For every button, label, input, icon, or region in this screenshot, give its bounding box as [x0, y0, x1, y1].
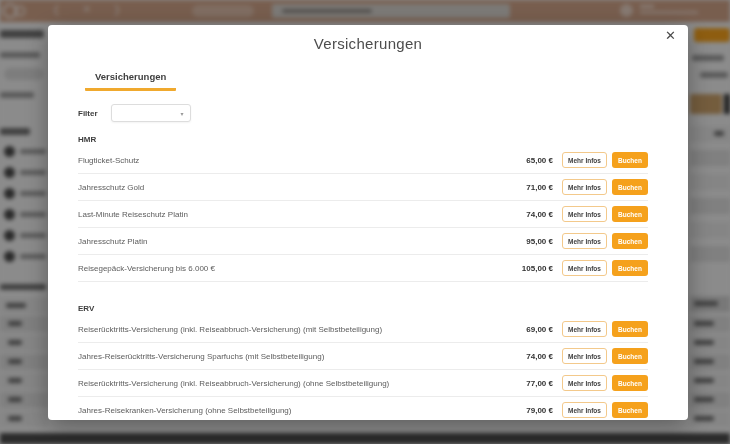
insurance-price: 95,00 € — [526, 237, 553, 246]
insurance-row: Reiserücktritts-Versicherung (inkl. Reis… — [78, 316, 648, 343]
close-icon[interactable]: ✕ — [665, 29, 676, 42]
insurance-row: Reisegepäck-Versicherung bis 6.000 € 105… — [78, 255, 648, 282]
book-button[interactable]: Buchen — [612, 152, 648, 168]
more-info-button[interactable]: Mehr Infos — [562, 402, 607, 418]
filter-label: Filter — [78, 109, 98, 118]
book-button[interactable]: Buchen — [612, 260, 648, 276]
book-button[interactable]: Buchen — [612, 321, 648, 337]
insurance-modal: ✕ Versicherungen Versicherungen Filter ▾… — [48, 25, 688, 420]
section-title: HMR — [78, 135, 648, 144]
insurance-label: Jahres-Reisekranken-Versicherung (ohne S… — [78, 406, 526, 415]
insurance-label: Flugticket-Schutz — [78, 156, 526, 165]
section-rows: Flugticket-Schutz 65,00 € Mehr Infos Buc… — [78, 147, 648, 282]
insurance-section: HMR Flugticket-Schutz 65,00 € Mehr Infos… — [78, 135, 648, 282]
filter-select[interactable]: ▾ — [111, 104, 191, 122]
book-button[interactable]: Buchen — [612, 348, 648, 364]
insurance-price: 71,00 € — [526, 183, 553, 192]
filter-row: Filter ▾ — [78, 104, 688, 122]
insurance-section: ERV Reiserücktritts-Versicherung (inkl. … — [78, 304, 648, 420]
insurance-label: Reiserücktritts-Versicherung (inkl. Reis… — [78, 325, 526, 334]
more-info-button[interactable]: Mehr Infos — [562, 260, 607, 276]
book-button[interactable]: Buchen — [612, 179, 648, 195]
modal-tabs: Versicherungen — [85, 66, 688, 91]
book-button[interactable]: Buchen — [612, 402, 648, 418]
more-info-button[interactable]: Mehr Infos — [562, 152, 607, 168]
insurance-row: Jahres-Reisekranken-Versicherung (ohne S… — [78, 397, 648, 420]
insurance-label: Jahresschutz Platin — [78, 237, 526, 246]
book-button[interactable]: Buchen — [612, 375, 648, 391]
tab-versicherungen[interactable]: Versicherungen — [85, 71, 176, 91]
insurance-row: Jahresschutz Gold 71,00 € Mehr Infos Buc… — [78, 174, 648, 201]
insurance-label: Jahresschutz Gold — [78, 183, 526, 192]
more-info-button[interactable]: Mehr Infos — [562, 375, 607, 391]
chevron-down-icon: ▾ — [181, 110, 184, 117]
insurance-label: Reiserücktritts-Versicherung (inkl. Reis… — [78, 379, 526, 388]
more-info-button[interactable]: Mehr Infos — [562, 321, 607, 337]
more-info-button[interactable]: Mehr Infos — [562, 206, 607, 222]
insurance-price: 65,00 € — [526, 156, 553, 165]
insurance-label: Last-Minute Reiseschutz Platin — [78, 210, 526, 219]
insurance-price: 74,00 € — [526, 210, 553, 219]
insurance-label: Reisegepäck-Versicherung bis 6.000 € — [78, 264, 522, 273]
insurance-row: Flugticket-Schutz 65,00 € Mehr Infos Buc… — [78, 147, 648, 174]
insurance-row: Jahresschutz Platin 95,00 € Mehr Infos B… — [78, 228, 648, 255]
insurance-price: 79,00 € — [526, 406, 553, 415]
section-title: ERV — [78, 304, 648, 313]
insurance-sections: HMR Flugticket-Schutz 65,00 € Mehr Infos… — [48, 135, 688, 420]
insurance-price: 105,00 € — [522, 264, 553, 273]
more-info-button[interactable]: Mehr Infos — [562, 233, 607, 249]
insurance-row: Jahres-Reiserücktritts-Versicherung Spar… — [78, 343, 648, 370]
section-rows: Reiserücktritts-Versicherung (inkl. Reis… — [78, 316, 648, 420]
book-button[interactable]: Buchen — [612, 233, 648, 249]
insurance-row: Last-Minute Reiseschutz Platin 74,00 € M… — [78, 201, 648, 228]
more-info-button[interactable]: Mehr Infos — [562, 179, 607, 195]
book-button[interactable]: Buchen — [612, 206, 648, 222]
insurance-price: 69,00 € — [526, 325, 553, 334]
insurance-price: 77,00 € — [526, 379, 553, 388]
insurance-label: Jahres-Reiserücktritts-Versicherung Spar… — [78, 352, 526, 361]
more-info-button[interactable]: Mehr Infos — [562, 348, 607, 364]
insurance-price: 74,00 € — [526, 352, 553, 361]
modal-title: Versicherungen — [48, 35, 688, 52]
insurance-row: Reiserücktritts-Versicherung (inkl. Reis… — [78, 370, 648, 397]
